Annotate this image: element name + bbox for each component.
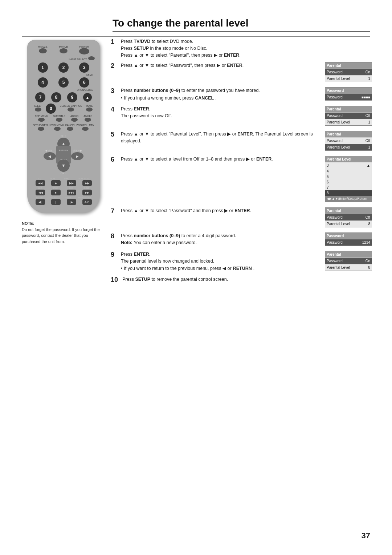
step-10-number: 10 (111, 276, 121, 284)
power-label: POWER (79, 45, 89, 48)
num-7-button: 7 (35, 92, 45, 102)
fwd-button: ▶▶ (67, 180, 76, 186)
skip-fwd-button: ▶▶| (67, 190, 76, 195)
step-6-number: 6 (111, 156, 119, 164)
num-9-button: 9 (67, 92, 77, 102)
play-mode-label: PLAY MODE (78, 178, 90, 180)
step-3: 3 Password Password■■■■ Press number but… (111, 87, 372, 102)
repeat-ab-button: A-B (82, 199, 92, 205)
return-label-remote: RETURN (59, 149, 68, 151)
page-title: To change the parental level (113, 17, 370, 29)
step-6-screen: Parental Level 3▲ 4 5 6 7 8 ◀▶▲▼/Enter/S… (325, 156, 372, 202)
step-5-content: Parental PasswordOff Parental Level1 Pre… (121, 131, 372, 152)
rev-label: REV (37, 178, 41, 180)
ch-minus-button: ▼ (57, 159, 70, 172)
divider (22, 36, 370, 37)
audio-button (71, 118, 78, 122)
input-select-button (88, 56, 95, 60)
step-8-note: Note: You can enter a new password. (121, 240, 197, 245)
step-5-number: 5 (111, 131, 119, 139)
mute-label: MUTE (86, 105, 93, 107)
right-column: 1 Press TV/DVD to select DVD mode. Press… (111, 38, 372, 287)
step-10-content: Press SETUP to remove the parental contr… (122, 276, 372, 283)
num-0-button: 0 (46, 104, 56, 114)
step-2-number: 2 (111, 62, 119, 70)
top-menu-label: TOP MENU (35, 115, 48, 117)
num-6-button: 6 (79, 77, 89, 88)
pause-label: PAUSE (50, 197, 57, 199)
fwd-label: FWD (64, 178, 69, 180)
step-6-content: Parental Level 3▲ 4 5 6 7 8 ◀▶▲▼/Enter/S… (121, 156, 372, 204)
step-9-number: 9 (111, 251, 119, 259)
zoom-rtn-button (82, 127, 89, 131)
num-2-button: 2 (58, 62, 69, 73)
stop-label: STOP (52, 187, 58, 189)
input-select-label: INPUT SELECT (69, 58, 87, 61)
step-2: 2 Parental PasswordOn Parental Level1 Pr… (111, 62, 372, 84)
jump-button: ▶▶ (82, 190, 92, 195)
num-8-button: 8 (51, 92, 61, 102)
num-4-button: 4 (38, 77, 48, 88)
step-4-number: 4 (111, 106, 119, 114)
mute-button (86, 108, 93, 112)
step-4-content: Parental PasswordOff Parental Level1 Pre… (121, 106, 372, 127)
step-9-bullet: If you want to return to the previous me… (121, 265, 321, 272)
closed-caption-button (68, 108, 74, 112)
play-button: ▶ (51, 180, 61, 186)
closed-caption-label: CLOSED CAPTION (60, 105, 82, 107)
angle-label: ANGLE (83, 115, 92, 117)
slow-fwd-label: SLOW (65, 197, 71, 199)
step-3-bullet: If you input a wrong number, press CANCE… (121, 95, 321, 102)
step-9-content: Parental PasswordOn Parental Level8 Pres… (121, 251, 372, 272)
note-label: NOTE: (22, 221, 34, 226)
sleep-label: SLEEP (34, 105, 42, 107)
remote-control: RECALL TV/DVD POWER INPUT SELECT 1 2 3 G… (27, 40, 100, 213)
top-menu-button (38, 118, 45, 122)
step-1-number: 1 (111, 38, 119, 46)
repeat-ab-label: REPEAT A-B (78, 197, 91, 199)
step-1: 1 Press TV/DVD to select DVD mode. Press… (111, 38, 372, 58)
step-2-content: Parental PasswordOn Parental Level1 Pres… (121, 62, 372, 84)
slow-fwd-button: |▶ (67, 199, 76, 205)
step-7-screen: Parental PasswordOff Parental Level8 (325, 207, 372, 227)
subtitle-label: SUBTITLE (53, 115, 65, 117)
num-5-button: 5 (58, 77, 69, 88)
page-number: 37 (362, 531, 370, 540)
step-8-content: Password Password1234 Press number butto… (121, 232, 372, 247)
step-1-content: Press TV/DVD to select DVD mode. Press S… (121, 38, 372, 58)
slow-back-label: SLOW (36, 197, 42, 199)
skip-back-button: |◀◀ (36, 190, 45, 195)
step-10: 10 Press SETUP to remove the parental co… (111, 276, 372, 284)
step-3-screen: Password Password■■■■ (325, 87, 372, 101)
ch-plus-label: CH + (57, 135, 70, 137)
skip-back-label: SKP (37, 187, 42, 189)
step-3-content: Password Password■■■■ Press number butto… (121, 87, 372, 102)
jump-label: JUMP (83, 187, 89, 189)
stop-button: ■ (51, 190, 61, 195)
num-1-button: 1 (38, 62, 48, 73)
step-9: 9 Parental PasswordOn Parental Level8 Pr… (111, 251, 372, 272)
zoom-rtn-label: ZOOM/CH RTN (76, 124, 94, 126)
sleep-button (35, 108, 41, 112)
open-close-label: OPEN/CLOSE (34, 89, 93, 91)
step-5: 5 Parental PasswordOff Parental Level1 P… (111, 131, 372, 152)
step-2-screen: Parental PasswordOn Parental Level1 (325, 62, 372, 82)
setup-menu-button (38, 127, 44, 131)
skip-fwd-label: SKP (69, 187, 73, 189)
game-label: GAME (34, 74, 93, 76)
dvd-menu-button (54, 127, 61, 131)
cancel-label: CANCEL (65, 124, 75, 126)
note-box: NOTE: Do not forget the password. If you… (22, 220, 105, 244)
note-text: Do not forget the password. If you forge… (22, 227, 100, 244)
subtitle-button (56, 118, 62, 122)
vol-plus-button: ▶ (71, 152, 83, 160)
step-8: 8 Password Password1234 Press number but… (111, 232, 372, 247)
power-button (79, 48, 89, 54)
vol-minus-button: ◀ (44, 152, 56, 160)
recall-button (39, 48, 47, 53)
setup-menu-label: SETUP/MENU (33, 124, 49, 126)
num-up-button: ▲ (83, 93, 92, 102)
title-bar: To change the parental level (113, 17, 370, 32)
tvdvd-label: TV/DVD (59, 46, 68, 48)
step-4-screen: Parental PasswordOff Parental Level1 (325, 106, 372, 126)
